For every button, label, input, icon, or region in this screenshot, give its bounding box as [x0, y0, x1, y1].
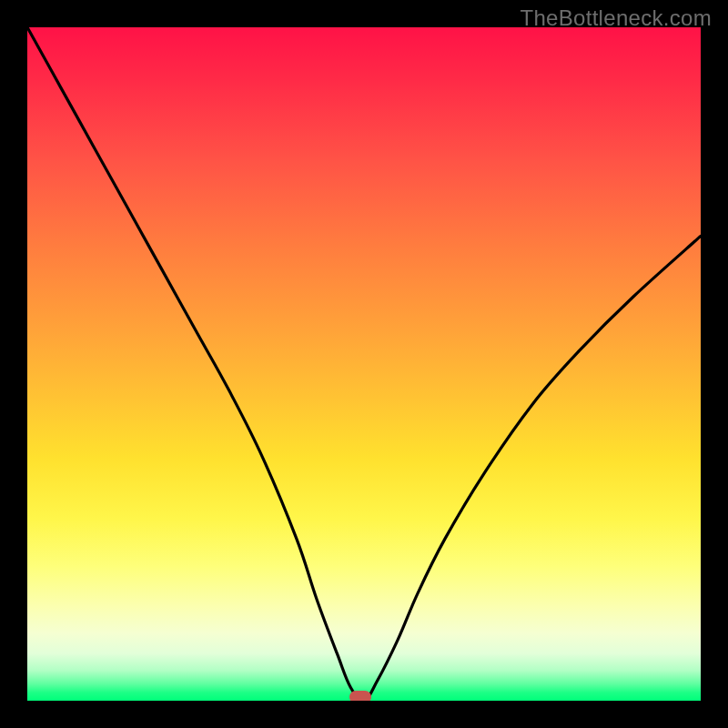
bottleneck-curve-line: [27, 27, 701, 701]
watermark-text: TheBottleneck.com: [520, 5, 712, 31]
plot-area: [27, 27, 701, 701]
optimal-point-marker: [349, 691, 371, 701]
chart-frame: TheBottleneck.com: [0, 0, 728, 728]
curve-svg: [27, 27, 701, 701]
